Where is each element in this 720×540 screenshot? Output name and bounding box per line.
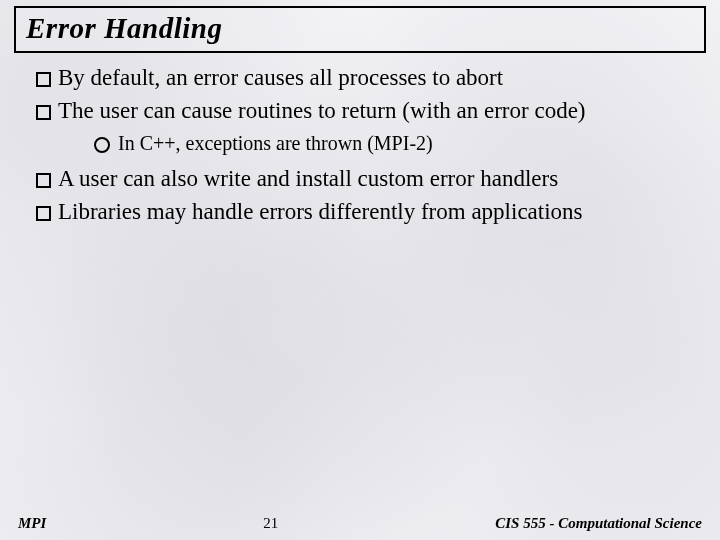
slide-content: By default, an error causes all processe… [30, 62, 700, 229]
bullet-item: By default, an error causes all processe… [30, 62, 700, 93]
bullet-item: Libraries may handle errors differently … [30, 196, 700, 227]
bullet-list: By default, an error causes all processe… [30, 62, 700, 227]
bullet-item: The user can cause routines to return (w… [30, 95, 700, 157]
slide-footer: MPI 21 CIS 555 - Computational Science [0, 515, 720, 532]
title-box: Error Handling [14, 6, 706, 53]
bullet-text: The user can cause routines to return (w… [58, 98, 586, 123]
footer-left: MPI [18, 515, 46, 532]
sub-bullet-list: In C++, exceptions are thrown (MPI-2) [92, 130, 700, 157]
footer-right: CIS 555 - Computational Science [495, 515, 702, 532]
sub-bullet-item: In C++, exceptions are thrown (MPI-2) [92, 130, 700, 157]
bullet-item: A user can also write and install custom… [30, 163, 700, 194]
slide-title: Error Handling [26, 12, 694, 45]
footer-page: 21 [263, 515, 278, 532]
